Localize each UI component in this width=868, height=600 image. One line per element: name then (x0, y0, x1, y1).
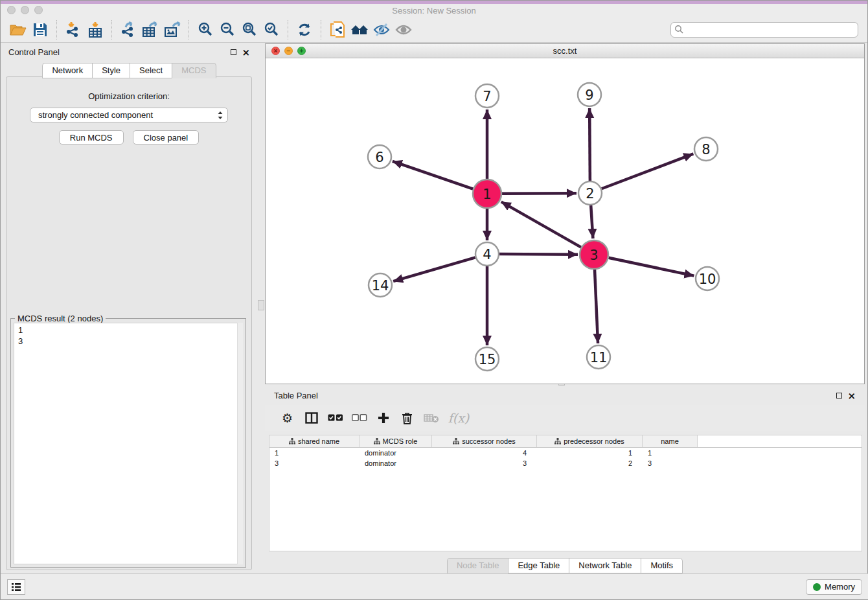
graph-edge-4-14[interactable] (393, 257, 475, 281)
open-folder-icon (10, 23, 27, 37)
clone-network-button[interactable] (326, 19, 348, 40)
table-panel: Table Panel ⨯ ⚙ (265, 387, 865, 575)
cell-name[interactable]: 3 (643, 459, 698, 467)
cell-predecessor-nodes[interactable]: 2 (537, 459, 643, 467)
search-input[interactable] (670, 22, 858, 38)
table-row[interactable]: 3 dominator 3 2 3 (269, 458, 862, 468)
cell-shared-name[interactable]: 3 (269, 459, 360, 467)
plus-icon (378, 412, 389, 424)
zoom-out-icon (220, 21, 236, 38)
tab-motifs[interactable]: Motifs (641, 558, 683, 573)
import-table-button[interactable] (84, 19, 106, 40)
tab-edge-table[interactable]: Edge Table (508, 558, 569, 573)
network-canvas-container: 7968124314101511 (266, 58, 864, 384)
deselect-all-columns-button[interactable] (347, 408, 371, 428)
run-mcds-button[interactable]: Run MCDS (59, 130, 124, 144)
column-header-name[interactable]: name (643, 435, 698, 447)
network-close-icon[interactable]: × (271, 47, 280, 55)
column-header-successor-nodes[interactable]: successor nodes (432, 435, 537, 447)
graph-edge-2-9[interactable] (589, 108, 590, 181)
export-image-button[interactable] (161, 19, 183, 40)
export-network-button[interactable] (117, 19, 139, 40)
column-header-predecessor-nodes[interactable]: predecessor nodes (537, 435, 643, 447)
graph-edge-1-2[interactable] (502, 193, 577, 194)
export-table-icon (141, 21, 159, 38)
column-type-icon (374, 438, 380, 444)
delete-table-button-disabled (419, 408, 443, 428)
delete-column-button[interactable] (395, 408, 419, 428)
network-minimize-icon[interactable]: − (284, 47, 293, 55)
zoom-fit-icon (242, 21, 258, 38)
cell-mcds-role[interactable]: dominator (360, 449, 432, 457)
optimization-criterion-select[interactable]: strongly connected component (30, 108, 228, 122)
save-session-button[interactable] (29, 19, 51, 40)
cell-name[interactable]: 1 (643, 449, 698, 457)
graph-edge-3-1[interactable] (501, 202, 581, 247)
select-all-columns-button[interactable] (323, 408, 347, 428)
tab-style[interactable]: Style (92, 63, 130, 78)
zoom-window-icon[interactable] (34, 6, 43, 14)
column-header-mcds-role[interactable]: MCDS role (360, 435, 432, 447)
graph-edge-2-3[interactable] (591, 205, 593, 238)
status-bar: Memory (1, 573, 868, 599)
cell-successor-nodes[interactable]: 3 (432, 459, 537, 467)
float-table-panel-icon[interactable] (836, 393, 842, 398)
graph-edge-2-8[interactable] (602, 154, 694, 189)
network-window-titlebar[interactable]: × − + scc.txt (266, 44, 864, 58)
close-panel-icon[interactable]: ⨯ (242, 47, 250, 57)
vertical-splitter-handle[interactable] (258, 300, 264, 310)
close-panel-button[interactable]: Close panel (133, 130, 200, 144)
column-header-shared-name[interactable]: shared name (269, 435, 360, 447)
close-table-panel-icon[interactable]: ⨯ (847, 391, 856, 400)
toolbar-separator (111, 20, 112, 40)
zoom-selected-button[interactable] (260, 19, 282, 40)
float-panel-icon[interactable] (231, 49, 236, 55)
network-canvas[interactable]: 7968124314101511 (266, 58, 864, 384)
tab-network[interactable]: Network (42, 63, 92, 78)
network-maximize-icon[interactable]: + (297, 47, 306, 55)
export-table-button[interactable] (139, 19, 161, 40)
graph-node-label-6: 6 (375, 150, 383, 165)
delete-table-icon (424, 413, 439, 423)
table-header-row: shared name MCDS role successor nodes pr… (269, 435, 862, 448)
home-button[interactable] (348, 19, 371, 40)
refresh-button[interactable] (293, 19, 315, 40)
mcds-result-text[interactable]: 1 3 (14, 323, 243, 564)
zoom-fit-button[interactable] (238, 19, 260, 40)
cell-predecessor-nodes[interactable]: 1 (537, 449, 643, 457)
graph-edge-3-10[interactable] (609, 258, 694, 276)
show-columns-button[interactable] (299, 408, 323, 428)
create-column-button[interactable] (371, 408, 395, 428)
cell-shared-name[interactable]: 1 (269, 449, 360, 457)
memory-button[interactable]: Memory (806, 579, 862, 595)
graph-edge-1-6[interactable] (393, 161, 473, 189)
zoom-out-button[interactable] (216, 19, 238, 40)
open-session-button[interactable] (7, 19, 29, 40)
tab-mcds[interactable]: MCDS (172, 63, 216, 78)
result-scrollbar[interactable] (237, 323, 243, 564)
log-console-button[interactable] (7, 579, 25, 595)
close-window-icon[interactable] (7, 6, 16, 14)
table-settings-button[interactable]: ⚙ (275, 408, 299, 428)
cell-successor-nodes[interactable]: 4 (432, 449, 537, 457)
memory-label: Memory (825, 582, 855, 592)
graph-node-label-14: 14 (372, 278, 389, 294)
graph-edge-3-11[interactable] (595, 270, 598, 343)
show-all-button[interactable] (393, 19, 415, 40)
tab-node-table[interactable]: Node Table (447, 558, 508, 573)
hide-selected-button[interactable] (371, 19, 393, 40)
cell-mcds-role[interactable]: dominator (360, 459, 432, 467)
eye-slash-icon (372, 22, 391, 38)
control-panel-tabs: Network Style Select MCDS (1, 63, 258, 78)
save-icon (32, 22, 48, 38)
zoom-in-button[interactable] (194, 19, 216, 40)
control-panel-header: Control Panel ⨯ (1, 43, 258, 60)
unchecked-boxes-icon (352, 414, 367, 422)
tab-network-table[interactable]: Network Table (569, 558, 641, 573)
table-row[interactable]: 1 dominator 4 1 1 (269, 448, 862, 458)
toolbar-separator (56, 20, 57, 40)
minimize-window-icon[interactable] (21, 6, 29, 14)
graph-edge-4-3[interactable] (499, 254, 578, 255)
import-network-button[interactable] (62, 19, 84, 40)
tab-select[interactable]: Select (130, 63, 172, 78)
